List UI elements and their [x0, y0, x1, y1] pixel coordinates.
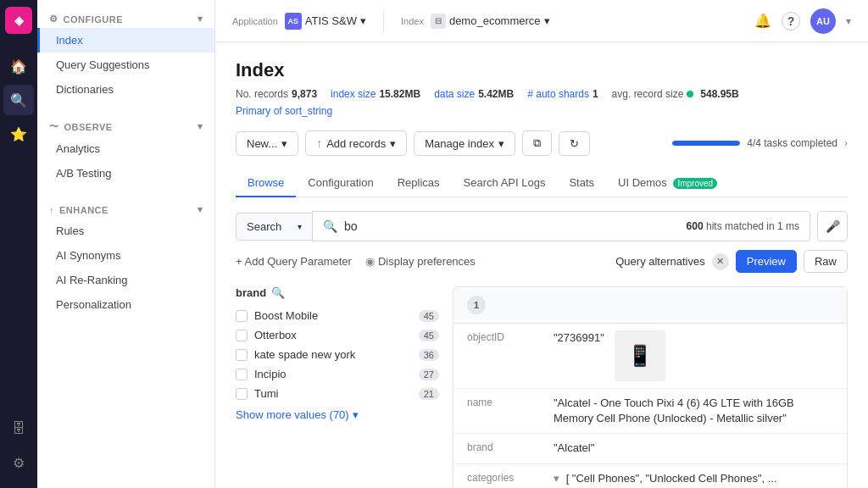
new-button[interactable]: New... ▾ [236, 131, 298, 156]
manage-index-button[interactable]: Manage index ▾ [414, 131, 515, 156]
configure-icon: ⚙ [49, 14, 58, 25]
meta-no-records: No. records 9,873 [236, 88, 317, 100]
app-logo: ◈ [5, 7, 32, 34]
tab-replicas[interactable]: Replicas [386, 169, 452, 197]
user-avatar[interactable]: AU [810, 8, 836, 34]
facet-item: Otterbox 45 [236, 325, 439, 345]
application-value[interactable]: AS ATIS S&W ▾ [285, 13, 366, 30]
sidebar-item-personalization[interactable]: Personalization [37, 292, 214, 317]
search-area: Search ▾ 🔍 600 hits matched in 1 ms 🎤 [236, 211, 848, 241]
star-nav-icon[interactable]: ⭐ [3, 119, 34, 149]
settings-nav-icon[interactable]: ⚙ [3, 447, 34, 478]
chevron-right-icon[interactable]: › [844, 137, 848, 149]
results-area: brand 🔍 Boost Mobile 45 Otterbox 45 kate… [236, 286, 848, 488]
topbar-right: 🔔 ? AU ▾ [754, 8, 851, 34]
search-input[interactable] [344, 219, 687, 233]
primary-row: Primary of sort_string [236, 105, 848, 117]
meta-row: No. records 9,873 index size 15.82MB dat… [236, 88, 848, 100]
sidebar-item-index[interactable]: Index [37, 28, 214, 53]
meta-auto-shards: # auto shards 1 [527, 88, 598, 100]
enhance-section-header[interactable]: ↑ ENHANCE ▾ [37, 201, 214, 219]
database-nav-icon[interactable]: 🗄 [3, 413, 34, 444]
notification-icon[interactable]: 🔔 [754, 13, 771, 29]
record-row-name: name "Alcatel - One Touch Pixi 4 (6) 4G … [453, 389, 847, 434]
sidebar-item-rules[interactable]: Rules [37, 219, 214, 243]
preview-button[interactable]: Preview [736, 250, 797, 273]
chevron-down-icon: ▾ [298, 222, 302, 231]
filter-row: + Add Query Parameter ◉ Display preferen… [236, 250, 848, 273]
index-value[interactable]: ⊟ demo_ecommerce ▾ [431, 14, 550, 29]
facets-panel: brand 🔍 Boost Mobile 45 Otterbox 45 kate… [236, 286, 439, 488]
sidebar-item-ab-testing[interactable]: A/B Testing [37, 161, 214, 186]
mic-icon: 🎤 [826, 219, 840, 233]
observe-section: 〜 OBSERVE ▾ Analytics A/B Testing [37, 107, 214, 191]
add-records-button[interactable]: ↑ Add records ▾ [305, 130, 407, 156]
record-header: 1 [453, 287, 847, 324]
chevron-down-icon: ▾ [544, 14, 550, 27]
query-alternatives-bar: Query alternatives ✕ Preview Raw [615, 250, 848, 273]
search-mode-selector[interactable]: Search ▾ [236, 213, 312, 241]
facet-header: brand 🔍 [236, 286, 439, 299]
divider [383, 11, 384, 31]
show-more-button[interactable]: Show more values (70) ▾ [236, 408, 439, 421]
sidebar-item-ai-reranking[interactable]: AI Re-Ranking [37, 268, 214, 292]
facet-checkbox-boost-mobile[interactable] [236, 310, 248, 322]
sidebar: ⚙ CONFIGURE ▾ Index Query Suggestions Di… [37, 0, 215, 488]
record-row-objectid: objectID "2736991" 📱 [453, 324, 847, 389]
search-input-wrapper: 🔍 600 hits matched in 1 ms [312, 211, 810, 241]
display-preferences-button[interactable]: ◉ Display preferences [365, 255, 476, 268]
record-body: objectID "2736991" 📱 name "Alcatel - One… [453, 324, 847, 488]
tab-configuration[interactable]: Configuration [296, 169, 385, 197]
product-image: 📱 [615, 330, 665, 381]
meta-index-size: index size 15.82MB [331, 88, 420, 100]
copy-icon: ⧉ [533, 136, 541, 150]
facet-checkbox-kate-spade[interactable] [236, 349, 248, 361]
chevron-down-icon: ▾ [281, 137, 287, 150]
upload-icon: ↑ [316, 136, 322, 150]
sidebar-item-query-suggestions[interactable]: Query Suggestions [37, 53, 214, 77]
record-number: 1 [467, 296, 486, 314]
refresh-button[interactable]: ↻ [559, 131, 590, 156]
progress-fill [672, 141, 740, 146]
record-panel: 1 objectID "2736991" 📱 name "Alcatel - O… [453, 286, 848, 488]
copy-button[interactable]: ⧉ [522, 130, 552, 156]
help-icon[interactable]: ? [782, 12, 800, 30]
tabs: Browse Configuration Replicas Search API… [236, 169, 848, 197]
facet-checkbox-otterbox[interactable] [236, 330, 248, 341]
refresh-icon: ↻ [570, 137, 579, 150]
chevron-down-icon[interactable]: ▾ [846, 15, 851, 27]
index-selector[interactable]: Index ⊟ demo_ecommerce ▾ [401, 14, 550, 29]
tab-ui-demos[interactable]: UI Demos Improved [606, 169, 729, 197]
chevron-down-icon: ▾ [353, 408, 359, 421]
sidebar-item-ai-synonyms[interactable]: AI Synonyms [37, 243, 214, 268]
facet-checkbox-incipio[interactable] [236, 369, 248, 380]
mic-button[interactable]: 🎤 [817, 211, 848, 241]
facet-item: Tumi 21 [236, 384, 439, 403]
tab-stats[interactable]: Stats [557, 169, 606, 197]
topbar: Application AS ATIS S&W ▾ Index ⊟ demo_e… [215, 0, 868, 42]
enhance-section: ↑ ENHANCE ▾ Rules AI Synonyms AI Re-Rank… [37, 191, 214, 322]
close-query-alternatives-button[interactable]: ✕ [712, 253, 729, 270]
improved-badge: Improved [673, 178, 717, 189]
facet-item: kate spade new york 36 [236, 345, 439, 364]
home-icon[interactable]: 🏠 [3, 51, 34, 81]
facet-checkbox-tumi[interactable] [236, 388, 248, 400]
configure-section-header[interactable]: ⚙ CONFIGURE ▾ [37, 10, 214, 28]
tab-search-api-logs[interactable]: Search API Logs [452, 169, 558, 197]
observe-section-header[interactable]: 〜 OBSERVE ▾ [37, 117, 214, 136]
application-selector[interactable]: Application AS ATIS S&W ▾ [232, 13, 366, 30]
facet-item: Incipio 27 [236, 364, 439, 384]
sidebar-item-analytics[interactable]: Analytics [37, 136, 214, 161]
chevron-down-icon: ▾ [498, 137, 504, 150]
record-thumb-row: "2736991" 📱 [554, 330, 665, 381]
facet-search-icon[interactable]: 🔍 [271, 286, 285, 299]
observe-icon: 〜 [49, 120, 59, 133]
sidebar-item-dictionaries[interactable]: Dictionaries [37, 77, 214, 102]
search-nav-icon[interactable]: 🔍 [3, 85, 34, 115]
progress-bar [672, 141, 740, 146]
meta-avg-record: avg. record size 548.95B [612, 88, 739, 100]
raw-button[interactable]: Raw [804, 250, 848, 273]
tab-browse[interactable]: Browse [236, 169, 296, 197]
main-content: Application AS ATIS S&W ▾ Index ⊟ demo_e… [215, 0, 868, 488]
add-query-param-button[interactable]: + Add Query Parameter [236, 255, 352, 268]
